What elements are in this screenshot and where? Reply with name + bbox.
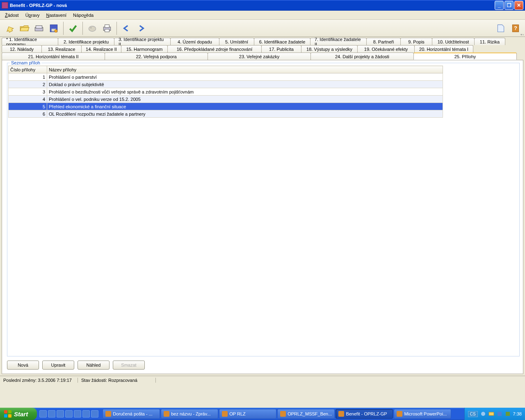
taskbar-task[interactable]: OP RLZ	[219, 409, 276, 419]
tab[interactable]: 24. Další projekty a žádosti	[310, 52, 414, 60]
table-row[interactable]: 2Doklad o právní subjektivitě	[9, 81, 443, 88]
tab[interactable]: 11. Rizika	[474, 38, 505, 45]
minimize-button[interactable]: _	[495, 1, 504, 10]
tab[interactable]: 10. Udržitelnost	[432, 38, 475, 45]
tab[interactable]: 4. Území dopadu	[170, 38, 219, 45]
tab[interactable]: 7. Identifikace žadatele II	[310, 38, 367, 45]
ql-icon[interactable]	[65, 410, 73, 418]
check-button[interactable]	[66, 21, 80, 35]
cell-name: Doklad o právní subjektivitě	[47, 81, 443, 88]
taskbar-task[interactable]: Doručená pošta - ...	[103, 409, 160, 419]
close-button[interactable]: ✕	[514, 1, 523, 10]
taskbar: Start Doručená pošta - ...bez názvu - Zp…	[0, 408, 525, 420]
taskbar-task[interactable]: OPRLZ_MSSF_Ben...	[277, 409, 335, 419]
bottom-buttons: Nová Upravit Náhled Smazat	[7, 361, 145, 370]
tab[interactable]: 20. Horizontální témata I	[414, 45, 473, 52]
tab[interactable]: 16. Předpokládané zdroje financování	[167, 45, 262, 52]
taskbar-task[interactable]: Microsoft PowerPoi...	[394, 409, 451, 419]
upravit-button[interactable]: Upravit	[42, 361, 74, 370]
tray-icon[interactable]	[505, 411, 511, 417]
task-label: OP RLZ	[229, 411, 246, 416]
ql-icon[interactable]	[57, 410, 64, 418]
menu-napoveda[interactable]: Nápověda	[70, 12, 97, 18]
cell-num: 1	[9, 73, 47, 81]
nova-button[interactable]: Nová	[7, 361, 39, 370]
table-row[interactable]: 3Prohlášení o bezdlužnosti vůči veřejné …	[9, 88, 443, 96]
tab[interactable]: 23. Veřejné zakázky	[208, 52, 311, 60]
ql-icon[interactable]	[82, 410, 90, 418]
taskbar-tasks: Doručená pošta - ...bez názvu - Zpráv...…	[101, 408, 464, 420]
svg-point-5	[89, 26, 96, 31]
svg-rect-8	[105, 25, 110, 27]
tab[interactable]: 22. Veřejná podpora	[105, 52, 208, 60]
tab[interactable]: 12. Náklady	[2, 45, 42, 52]
doc-help-button[interactable]	[494, 21, 508, 35]
status-state: Stav žádosti: Rozpracovaná	[78, 378, 156, 383]
nahled-button[interactable]: Náhled	[78, 361, 110, 370]
clock[interactable]: 7:38	[513, 411, 522, 416]
tab[interactable]: 13. Realizace	[41, 45, 82, 52]
tab[interactable]: 3. Identifikace projektu II	[114, 38, 171, 45]
new-button[interactable]	[2, 21, 16, 35]
status-changes: Poslední změny: 3.5.2006 7:19:17	[0, 378, 78, 383]
print-button[interactable]	[100, 21, 114, 35]
groupbox-legend: Seznam příloh	[10, 60, 41, 65]
task-icon	[164, 411, 169, 417]
tab[interactable]: 25. Přílohy	[413, 52, 517, 60]
table-row[interactable]: 5Přehled ekonomické a finanční situace	[9, 103, 443, 110]
task-icon	[222, 411, 228, 417]
task-icon	[105, 411, 111, 417]
tab[interactable]: 6. Identifikace žadatele	[254, 38, 310, 45]
col-name[interactable]: Název přílohy	[47, 66, 443, 73]
tray-mail-icon[interactable]	[488, 411, 494, 417]
ql-icon[interactable]	[74, 410, 81, 418]
cell-num: 2	[9, 81, 47, 88]
taskbar-task[interactable]: bez názvu - Zpráv...	[161, 409, 218, 419]
menu-upravy[interactable]: Úpravy	[22, 12, 43, 18]
task-label: Doručená pošta - ...	[113, 411, 153, 416]
piggy-button[interactable]	[85, 21, 99, 35]
tray-icon[interactable]	[480, 411, 486, 417]
app-icon	[2, 2, 8, 9]
taskbar-task[interactable]: Benefit - OPRLZ-GP	[336, 409, 393, 419]
tab[interactable]: 5. Umístění	[219, 38, 254, 45]
ql-icon[interactable]	[91, 410, 98, 418]
tray-icon[interactable]	[497, 411, 502, 417]
language-indicator[interactable]: CS	[468, 411, 478, 417]
ql-icon[interactable]	[48, 410, 55, 418]
tab[interactable]: 8. Partneři	[366, 38, 401, 45]
forward-button[interactable]	[134, 21, 148, 35]
tab[interactable]: 2. Identifikace projektu	[58, 38, 114, 45]
start-button[interactable]: Start	[0, 408, 37, 420]
tab[interactable]: * 1. Identifikace programu	[2, 38, 58, 45]
table-row[interactable]: 4Prohlášení o vel. podniku verze od 15.2…	[9, 96, 443, 103]
open-button[interactable]	[17, 21, 31, 35]
tab[interactable]: 14. Realizace II	[81, 45, 121, 52]
cell-num: 4	[9, 96, 47, 103]
task-label: bez názvu - Zpráv...	[171, 411, 210, 416]
col-number[interactable]: Číslo přílohy	[9, 66, 47, 73]
tab[interactable]: 18. Výstupy a výsledky	[301, 45, 358, 52]
attachments-table[interactable]: Číslo přílohy Název přílohy 1Prohlášení …	[8, 66, 443, 118]
tab[interactable]: 21. Horizontální témata II	[2, 52, 105, 60]
table-row[interactable]: 6OL Rozdělení rozpočtu mezi žadatele a p…	[9, 110, 443, 118]
menu-nastaveni[interactable]: Nastavení	[43, 12, 70, 18]
back-button[interactable]	[119, 21, 133, 35]
maximize-button[interactable]: ❐	[504, 1, 514, 10]
scanner-button[interactable]	[32, 21, 46, 35]
tab[interactable]: 19. Očekávané efekty	[357, 45, 415, 52]
svg-rect-14	[498, 412, 502, 416]
cell-num: 5	[9, 103, 47, 110]
task-icon	[338, 411, 344, 417]
svg-text:?: ?	[514, 25, 517, 31]
menu-zadost[interactable]: Žádost	[2, 12, 22, 18]
ql-icon[interactable]	[39, 410, 47, 418]
smazat-button: Smazat	[113, 361, 145, 370]
tab[interactable]: 9. Popis	[400, 38, 432, 45]
table-scroll[interactable]: Číslo přílohy Název přílohy 1Prohlášení …	[8, 66, 518, 355]
table-row[interactable]: 1Prohlášení o partnerství	[9, 73, 443, 81]
save-disk-button[interactable]	[47, 21, 61, 35]
tab[interactable]: 15. Harmonogram	[121, 45, 168, 52]
cell-name: OL Rozdělení rozpočtu mezi žadatele a pa…	[47, 110, 443, 118]
tab[interactable]: 17. Publicita	[261, 45, 301, 52]
